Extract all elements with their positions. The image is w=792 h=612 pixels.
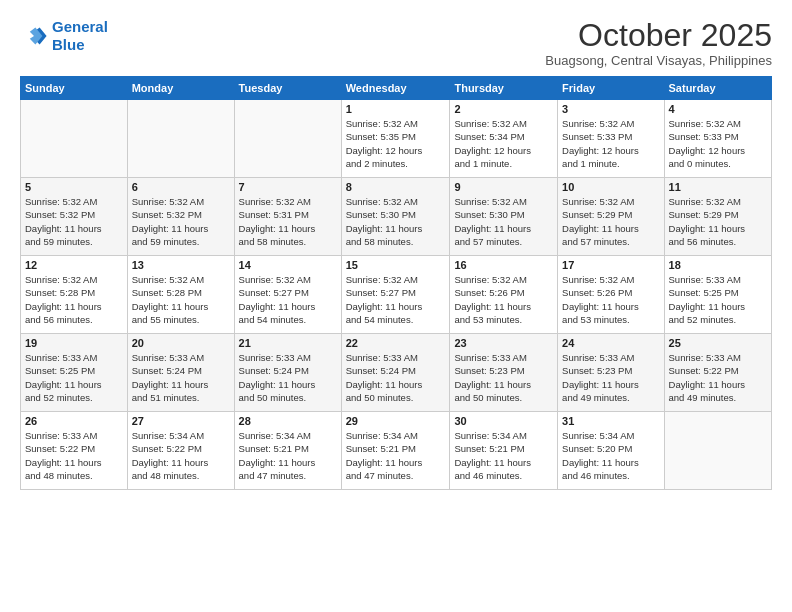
day-info: Sunrise: 5:32 AMSunset: 5:31 PMDaylight:… (239, 195, 337, 248)
day-number: 5 (25, 181, 123, 193)
day-cell: 19Sunrise: 5:33 AMSunset: 5:25 PMDayligh… (21, 334, 128, 412)
day-number: 16 (454, 259, 553, 271)
day-info: Sunrise: 5:32 AMSunset: 5:28 PMDaylight:… (25, 273, 123, 326)
day-number: 17 (562, 259, 659, 271)
logo-line1: General (52, 18, 108, 35)
day-number: 30 (454, 415, 553, 427)
day-info: Sunrise: 5:32 AMSunset: 5:32 PMDaylight:… (132, 195, 230, 248)
day-cell: 6Sunrise: 5:32 AMSunset: 5:32 PMDaylight… (127, 178, 234, 256)
day-cell: 10Sunrise: 5:32 AMSunset: 5:29 PMDayligh… (558, 178, 664, 256)
day-cell: 24Sunrise: 5:33 AMSunset: 5:23 PMDayligh… (558, 334, 664, 412)
day-cell: 12Sunrise: 5:32 AMSunset: 5:28 PMDayligh… (21, 256, 128, 334)
day-info: Sunrise: 5:32 AMSunset: 5:28 PMDaylight:… (132, 273, 230, 326)
day-info: Sunrise: 5:32 AMSunset: 5:29 PMDaylight:… (669, 195, 767, 248)
logo: General Blue (20, 18, 108, 54)
day-number: 2 (454, 103, 553, 115)
day-info: Sunrise: 5:33 AMSunset: 5:25 PMDaylight:… (669, 273, 767, 326)
day-number: 15 (346, 259, 446, 271)
day-number: 8 (346, 181, 446, 193)
header-friday: Friday (558, 77, 664, 100)
day-cell: 16Sunrise: 5:32 AMSunset: 5:26 PMDayligh… (450, 256, 558, 334)
day-number: 21 (239, 337, 337, 349)
day-info: Sunrise: 5:32 AMSunset: 5:32 PMDaylight:… (25, 195, 123, 248)
day-info: Sunrise: 5:33 AMSunset: 5:22 PMDaylight:… (25, 429, 123, 482)
day-cell: 15Sunrise: 5:32 AMSunset: 5:27 PMDayligh… (341, 256, 450, 334)
day-info: Sunrise: 5:32 AMSunset: 5:34 PMDaylight:… (454, 117, 553, 170)
day-cell: 20Sunrise: 5:33 AMSunset: 5:24 PMDayligh… (127, 334, 234, 412)
day-cell: 1Sunrise: 5:32 AMSunset: 5:35 PMDaylight… (341, 100, 450, 178)
day-info: Sunrise: 5:33 AMSunset: 5:22 PMDaylight:… (669, 351, 767, 404)
day-number: 29 (346, 415, 446, 427)
day-cell: 18Sunrise: 5:33 AMSunset: 5:25 PMDayligh… (664, 256, 771, 334)
day-info: Sunrise: 5:34 AMSunset: 5:21 PMDaylight:… (454, 429, 553, 482)
day-number: 23 (454, 337, 553, 349)
location: Buagsong, Central Visayas, Philippines (545, 53, 772, 68)
header-sunday: Sunday (21, 77, 128, 100)
title-block: October 2025 Buagsong, Central Visayas, … (545, 18, 772, 68)
day-number: 20 (132, 337, 230, 349)
header-wednesday: Wednesday (341, 77, 450, 100)
header-monday: Monday (127, 77, 234, 100)
day-info: Sunrise: 5:32 AMSunset: 5:30 PMDaylight:… (346, 195, 446, 248)
day-info: Sunrise: 5:33 AMSunset: 5:24 PMDaylight:… (346, 351, 446, 404)
day-number: 13 (132, 259, 230, 271)
day-info: Sunrise: 5:32 AMSunset: 5:35 PMDaylight:… (346, 117, 446, 170)
day-cell (664, 412, 771, 490)
day-info: Sunrise: 5:32 AMSunset: 5:27 PMDaylight:… (239, 273, 337, 326)
day-number: 11 (669, 181, 767, 193)
day-info: Sunrise: 5:32 AMSunset: 5:26 PMDaylight:… (562, 273, 659, 326)
week-row-5: 26Sunrise: 5:33 AMSunset: 5:22 PMDayligh… (21, 412, 772, 490)
day-info: Sunrise: 5:32 AMSunset: 5:27 PMDaylight:… (346, 273, 446, 326)
day-number: 1 (346, 103, 446, 115)
header: General Blue October 2025 Buagsong, Cent… (20, 18, 772, 68)
day-cell: 3Sunrise: 5:32 AMSunset: 5:33 PMDaylight… (558, 100, 664, 178)
calendar-header: Sunday Monday Tuesday Wednesday Thursday… (21, 77, 772, 100)
day-cell: 17Sunrise: 5:32 AMSunset: 5:26 PMDayligh… (558, 256, 664, 334)
day-info: Sunrise: 5:34 AMSunset: 5:21 PMDaylight:… (239, 429, 337, 482)
day-cell: 5Sunrise: 5:32 AMSunset: 5:32 PMDaylight… (21, 178, 128, 256)
week-row-4: 19Sunrise: 5:33 AMSunset: 5:25 PMDayligh… (21, 334, 772, 412)
day-info: Sunrise: 5:33 AMSunset: 5:24 PMDaylight:… (132, 351, 230, 404)
header-thursday: Thursday (450, 77, 558, 100)
logo-line2: Blue (52, 36, 85, 53)
day-info: Sunrise: 5:34 AMSunset: 5:21 PMDaylight:… (346, 429, 446, 482)
day-info: Sunrise: 5:32 AMSunset: 5:30 PMDaylight:… (454, 195, 553, 248)
day-info: Sunrise: 5:34 AMSunset: 5:20 PMDaylight:… (562, 429, 659, 482)
header-tuesday: Tuesday (234, 77, 341, 100)
day-info: Sunrise: 5:33 AMSunset: 5:24 PMDaylight:… (239, 351, 337, 404)
header-saturday: Saturday (664, 77, 771, 100)
page: General Blue October 2025 Buagsong, Cent… (0, 0, 792, 612)
day-number: 3 (562, 103, 659, 115)
day-cell (234, 100, 341, 178)
day-cell: 13Sunrise: 5:32 AMSunset: 5:28 PMDayligh… (127, 256, 234, 334)
day-number: 7 (239, 181, 337, 193)
day-cell: 21Sunrise: 5:33 AMSunset: 5:24 PMDayligh… (234, 334, 341, 412)
day-number: 12 (25, 259, 123, 271)
month-title: October 2025 (545, 18, 772, 53)
week-row-3: 12Sunrise: 5:32 AMSunset: 5:28 PMDayligh… (21, 256, 772, 334)
logo-text: General Blue (52, 18, 108, 54)
day-number: 31 (562, 415, 659, 427)
day-number: 6 (132, 181, 230, 193)
day-info: Sunrise: 5:32 AMSunset: 5:33 PMDaylight:… (669, 117, 767, 170)
day-cell: 29Sunrise: 5:34 AMSunset: 5:21 PMDayligh… (341, 412, 450, 490)
day-cell: 25Sunrise: 5:33 AMSunset: 5:22 PMDayligh… (664, 334, 771, 412)
day-cell: 26Sunrise: 5:33 AMSunset: 5:22 PMDayligh… (21, 412, 128, 490)
day-number: 4 (669, 103, 767, 115)
day-info: Sunrise: 5:33 AMSunset: 5:23 PMDaylight:… (562, 351, 659, 404)
day-cell: 7Sunrise: 5:32 AMSunset: 5:31 PMDaylight… (234, 178, 341, 256)
day-number: 22 (346, 337, 446, 349)
day-cell: 2Sunrise: 5:32 AMSunset: 5:34 PMDaylight… (450, 100, 558, 178)
week-row-1: 1Sunrise: 5:32 AMSunset: 5:35 PMDaylight… (21, 100, 772, 178)
day-number: 14 (239, 259, 337, 271)
logo-icon (20, 22, 48, 50)
day-number: 24 (562, 337, 659, 349)
day-cell: 11Sunrise: 5:32 AMSunset: 5:29 PMDayligh… (664, 178, 771, 256)
day-cell (127, 100, 234, 178)
header-row: Sunday Monday Tuesday Wednesday Thursday… (21, 77, 772, 100)
day-info: Sunrise: 5:32 AMSunset: 5:29 PMDaylight:… (562, 195, 659, 248)
day-number: 18 (669, 259, 767, 271)
day-cell: 8Sunrise: 5:32 AMSunset: 5:30 PMDaylight… (341, 178, 450, 256)
day-info: Sunrise: 5:33 AMSunset: 5:25 PMDaylight:… (25, 351, 123, 404)
day-number: 9 (454, 181, 553, 193)
